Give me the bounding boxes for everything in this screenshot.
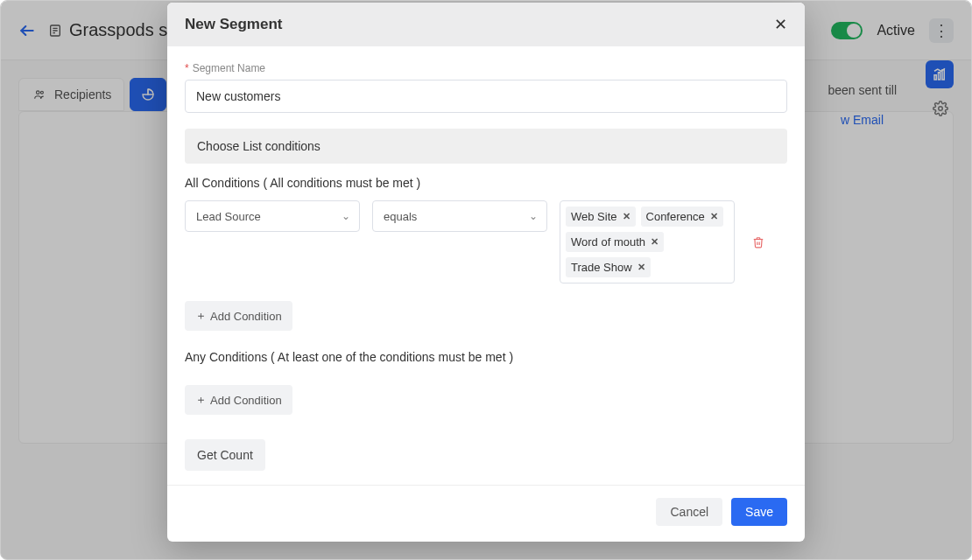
add-condition-all-button[interactable]: ＋ Add Condition xyxy=(185,301,292,331)
delete-condition-icon[interactable] xyxy=(752,235,764,249)
get-count-button[interactable]: Get Count xyxy=(185,439,265,471)
close-icon[interactable]: ✕ xyxy=(774,15,787,34)
modal-overlay: New Segment ✕ *Segment Name Choose List … xyxy=(1,1,971,559)
chevron-down-icon: ⌄ xyxy=(529,210,538,222)
choose-list-section: Choose List conditions xyxy=(185,129,787,164)
chip-remove-icon[interactable]: ✕ xyxy=(623,211,630,222)
all-conditions-label: All Conditions ( All conditions must be … xyxy=(185,176,787,190)
plus-icon: ＋ xyxy=(195,392,207,408)
chip-remove-icon[interactable]: ✕ xyxy=(651,236,659,248)
condition-operator-select[interactable]: equals ⌄ xyxy=(372,200,547,232)
condition-row: Lead Source ⌄ equals ⌄ Web Site✕ Confere… xyxy=(185,200,787,284)
plus-icon: ＋ xyxy=(195,308,207,324)
chevron-down-icon: ⌄ xyxy=(342,210,350,222)
value-chip: Web Site✕ xyxy=(566,206,636,227)
condition-values[interactable]: Web Site✕ Conference✕ Word of mouth✕ Tra… xyxy=(560,200,735,284)
segment-name-label: *Segment Name xyxy=(185,62,787,74)
condition-field-select[interactable]: Lead Source ⌄ xyxy=(185,200,360,232)
any-conditions-label: Any Conditions ( At least one of the con… xyxy=(185,350,787,364)
value-chip: Conference✕ xyxy=(641,206,723,227)
modal-title: New Segment xyxy=(185,16,282,33)
segment-name-input[interactable] xyxy=(185,80,787,113)
add-condition-any-button[interactable]: ＋ Add Condition xyxy=(185,385,292,415)
save-button[interactable]: Save xyxy=(731,498,787,526)
value-chip: Trade Show✕ xyxy=(566,257,651,277)
value-chip: Word of mouth✕ xyxy=(566,232,664,252)
cancel-button[interactable]: Cancel xyxy=(656,498,722,526)
chip-remove-icon[interactable]: ✕ xyxy=(637,262,645,273)
new-segment-modal: New Segment ✕ *Segment Name Choose List … xyxy=(167,3,805,542)
chip-remove-icon[interactable]: ✕ xyxy=(710,211,718,222)
